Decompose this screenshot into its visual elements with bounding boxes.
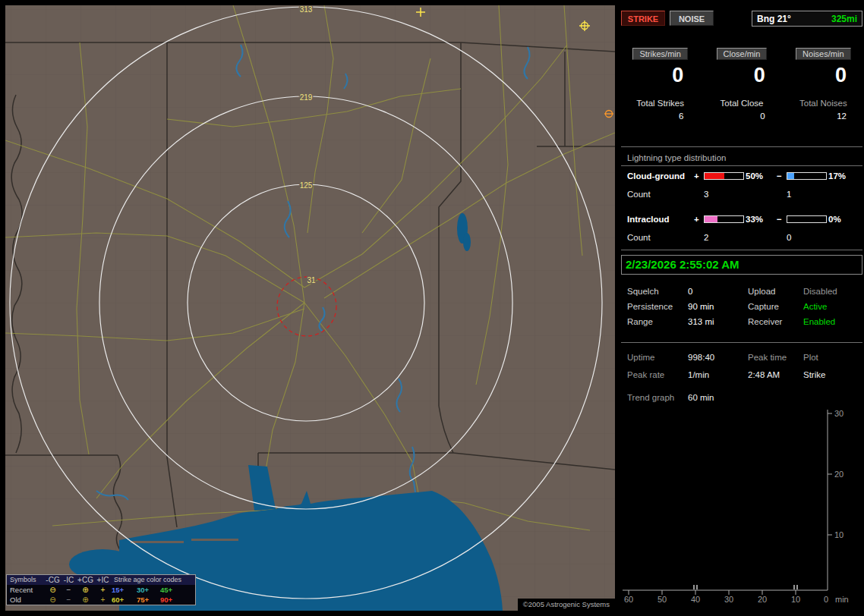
age-code: 60+ xyxy=(112,596,137,604)
divider xyxy=(621,250,862,250)
copyright-text: ©2005 Astrogenic Systems xyxy=(518,599,615,611)
clock-display: 2/23/2026 2:55:02 AM xyxy=(621,255,862,275)
capture-label: Capture xyxy=(748,302,803,311)
receiver-label: Receiver xyxy=(748,317,803,326)
strike-mode-button[interactable]: STRIKE xyxy=(621,11,665,26)
age-code: 90+ xyxy=(160,596,184,604)
strikes-per-min-button[interactable]: Strikes/min xyxy=(632,48,687,60)
x-tick-0: 0 xyxy=(824,595,828,604)
pos-ic-recent-icon: + xyxy=(94,586,112,594)
x-tick-60: 60 xyxy=(624,595,633,604)
total-strikes-value: 6 xyxy=(620,112,701,121)
x-tick-50: 50 xyxy=(657,595,667,604)
close-per-min-value: 0 xyxy=(701,64,782,87)
intracloud-count-row: Count 2 0 xyxy=(627,232,861,243)
cloud-ground-label: Cloud-ground xyxy=(627,171,694,181)
legend-row-label: Recent xyxy=(10,586,45,594)
bearing-range: 325mi xyxy=(831,14,857,24)
pos-ic-old-icon: + xyxy=(94,596,112,604)
x-tick-20: 20 xyxy=(758,595,767,604)
bearing-display: Bng 21° 325mi xyxy=(752,11,862,27)
age-code: 30+ xyxy=(137,586,160,594)
divider xyxy=(621,165,862,166)
ring-label-125: 125 xyxy=(300,181,313,190)
status-panel: STRIKE NOISE Bng 21° 325mi Strikes/min C… xyxy=(620,0,864,616)
legend-col-pos-cg: +CG xyxy=(77,576,94,584)
range-label: Range xyxy=(627,317,688,326)
total-close-value: 0 xyxy=(701,112,782,121)
close-per-min-button[interactable]: Close/min xyxy=(717,48,768,60)
persistence-label: Persistence xyxy=(627,302,688,311)
strikes-per-min-value: 0 xyxy=(620,64,701,87)
map-legend: Symbols -CG -IC +CG +IC Strike age color… xyxy=(6,574,196,605)
range-value: 313 mi xyxy=(688,317,748,326)
plus-sign: + xyxy=(694,171,704,181)
squelch-value: 0 xyxy=(688,287,748,296)
status-row: Squelch 0 Upload Disabled xyxy=(627,286,862,297)
neg-cg-old-icon: ⊖ xyxy=(45,596,61,604)
uptime-value: 998:40 xyxy=(688,353,748,362)
plot-label: Plot xyxy=(803,353,862,362)
ring-label-313: 313 xyxy=(300,5,313,14)
peak-rate-value: 1/min xyxy=(688,370,748,379)
info-row: Uptime 998:40 Peak time Plot xyxy=(627,352,862,363)
cloud-ground-row: Cloud-ground + 50% − 17% xyxy=(627,171,861,181)
status-row: Range 313 mi Receiver Enabled xyxy=(627,316,862,327)
noise-mode-button[interactable]: NOISE xyxy=(670,11,714,26)
ic-negative-percent: 0% xyxy=(828,215,861,224)
app-window: 313 219 125 31 Symbols -CG xyxy=(0,0,864,616)
neg-ic-recent-icon: − xyxy=(61,586,77,594)
trend-event-marks xyxy=(694,585,797,589)
ic-negative-count: 0 xyxy=(787,233,828,242)
x-tick-40: 40 xyxy=(691,595,700,604)
total-noises-value: 12 xyxy=(783,112,864,121)
plus-sign: + xyxy=(694,215,704,224)
uptime-label: Uptime xyxy=(627,353,688,362)
peak-time-label: Peak time xyxy=(748,353,803,362)
receiver-status: Enabled xyxy=(803,317,862,326)
ring-label-219: 219 xyxy=(300,93,313,102)
noises-per-min-value: 0 xyxy=(783,64,864,87)
bearing-label: Bng 21° xyxy=(757,14,791,24)
cg-negative-gauge xyxy=(787,172,827,180)
plot-value: Strike xyxy=(803,370,862,379)
upload-label: Upload xyxy=(748,287,803,296)
neg-ic-old-icon: − xyxy=(61,596,77,604)
totals-row: Total Strikes 6 Total Close 0 Total Nois… xyxy=(620,99,864,121)
trend-graph-value: 60 min xyxy=(688,393,748,402)
cg-negative-count: 1 xyxy=(787,190,828,199)
legend-col-pos-ic: +IC xyxy=(94,576,112,584)
intracloud-label: Intracloud xyxy=(627,215,694,224)
x-tick-30: 30 xyxy=(724,595,733,604)
upload-status: Disabled xyxy=(803,287,862,296)
legend-col-neg-ic: -IC xyxy=(61,576,77,584)
map-display[interactable]: 313 219 125 31 Symbols -CG xyxy=(5,5,615,611)
minus-sign: − xyxy=(777,215,787,224)
peak-rate-label: Peak rate xyxy=(627,370,688,379)
cg-positive-count: 3 xyxy=(704,190,746,199)
count-label: Count xyxy=(627,233,694,242)
divider xyxy=(621,146,862,147)
ic-positive-gauge-fill xyxy=(705,216,717,222)
noises-per-min-button[interactable]: Noises/min xyxy=(796,48,850,60)
y-tick-20: 20 xyxy=(834,470,844,479)
intracloud-row: Intracloud + 33% − 0% xyxy=(627,214,861,225)
ic-positive-gauge xyxy=(704,215,744,223)
persistence-value: 90 min xyxy=(688,302,748,311)
minus-sign: − xyxy=(777,171,787,181)
capture-status: Active xyxy=(803,302,862,311)
pos-cg-recent-icon: ⊕ xyxy=(77,586,94,594)
divider xyxy=(621,342,862,343)
ring-label-31: 31 xyxy=(307,276,316,284)
cg-negative-percent: 17% xyxy=(828,171,861,181)
x-tick-10: 10 xyxy=(791,595,800,604)
age-code: 75+ xyxy=(137,596,160,604)
peak-time-value: 2:48 AM xyxy=(748,370,803,379)
legend-col-neg-cg: -CG xyxy=(45,576,61,584)
trend-graph: 30 20 10 60 50 40 30 20 10 0 min xyxy=(620,406,864,615)
age-code: 45+ xyxy=(160,586,184,594)
legend-row-label: Old xyxy=(10,596,45,604)
cg-positive-percent: 50% xyxy=(746,171,777,181)
status-row: Persistence 90 min Capture Active xyxy=(627,301,862,312)
age-code: 15+ xyxy=(112,586,137,594)
